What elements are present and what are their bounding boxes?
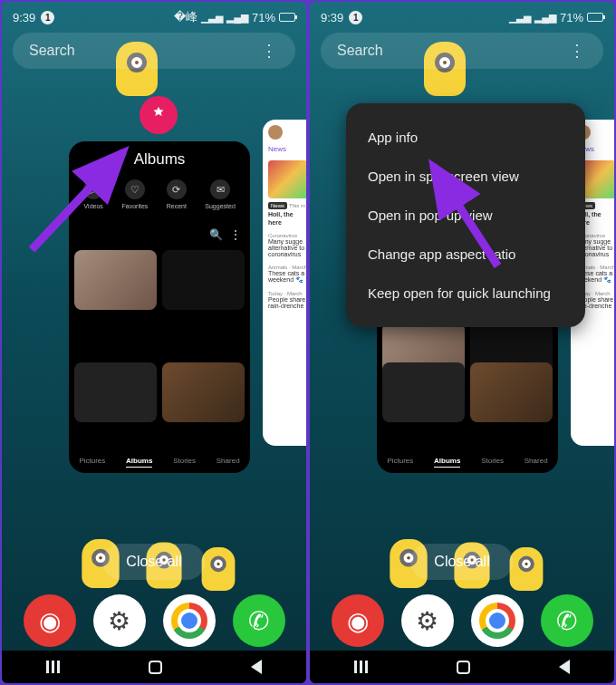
album-thumb-screenshots[interactable]: Screenshots 114 (162, 250, 245, 310)
menu-app-info[interactable]: App info (346, 118, 585, 157)
nav-bar (310, 651, 614, 683)
nav-home-button[interactable] (149, 661, 162, 674)
favorites-button[interactable]: ♡Favorites (122, 179, 149, 209)
card-tabs: Pictures Albums Stories Shared (69, 457, 250, 468)
search-icon[interactable]: 🔍 (209, 228, 223, 241)
album-thumb[interactable] (74, 362, 157, 422)
nav-back-button[interactable] (559, 660, 570, 674)
phone-left: 9:39 1 �峰 ▁▃▅ ▂▄▆ 71% Search ⋮ Albums ▷V… (2, 2, 306, 683)
menu-aspect-ratio[interactable]: Change app aspect ratio (346, 235, 585, 274)
close-all-button[interactable]: Close all (102, 544, 205, 580)
news-image (268, 160, 306, 198)
tab-albums[interactable]: Albums (434, 457, 460, 468)
card-tabs: Pictures Albums Stories Shared (377, 457, 558, 468)
tab-albums[interactable]: Albums (126, 457, 152, 468)
camera-app-icon[interactable]: ◉ (24, 594, 76, 647)
clock: 9:39 (13, 11, 35, 24)
wifi-icon: �峰 (174, 9, 197, 25)
tab-stories[interactable]: Stories (173, 457, 196, 468)
wallpaper-minion (510, 547, 544, 591)
wifi-icon: ▁▃▅ (201, 12, 223, 24)
chrome-app-icon[interactable] (163, 594, 216, 647)
album-thumb[interactable] (162, 362, 245, 422)
chrome-app-icon[interactable] (471, 594, 524, 647)
settings-app-icon[interactable]: ⚙ (401, 594, 454, 647)
tab-stories[interactable]: Stories (481, 457, 504, 468)
menu-popup-view[interactable]: Open in pop-up view (346, 196, 585, 235)
nav-bar (2, 651, 306, 683)
card-title: Albums (69, 150, 250, 169)
search-pill[interactable]: Search ⋮ (13, 33, 295, 69)
signal-icon: ▂▄▆ (534, 12, 556, 24)
wifi-icon: ▁▃▅ (509, 12, 531, 24)
clock: 9:39 (321, 11, 343, 24)
wallpaper-minion (202, 547, 236, 591)
recent-app-card-gallery[interactable]: Albums ▷Videos ♡Favorites ⟳Recent ✉Sugge… (69, 141, 250, 473)
tab-shared[interactable]: Shared (217, 457, 240, 468)
battery-icon (587, 13, 603, 22)
app-context-menu: App info Open in split screen view Open … (346, 103, 585, 327)
nav-recent-button[interactable] (46, 661, 61, 673)
recent-app-card-news[interactable]: News News This m Holi, the here Coronavi… (263, 120, 306, 446)
more-icon[interactable]: ⋮ (261, 41, 279, 61)
close-all-button[interactable]: Close all (410, 544, 513, 580)
album-thumb[interactable] (470, 362, 553, 422)
nav-recent-button[interactable] (354, 661, 369, 673)
tab-shared[interactable]: Shared (525, 457, 548, 468)
status-bar: 9:39 1 �峰 ▁▃▅ ▂▄▆ 71% (2, 7, 306, 27)
overflow-icon[interactable]: ⋮ (230, 228, 241, 241)
more-icon[interactable]: ⋮ (569, 41, 587, 61)
search-placeholder: Search (337, 43, 383, 59)
search-placeholder: Search (29, 43, 75, 59)
card-category-row: ▷Videos ♡Favorites ⟳Recent ✉Suggested (69, 179, 250, 209)
gallery-app-icon[interactable] (140, 96, 178, 134)
dock: ◉ ⚙ ✆ (2, 594, 306, 647)
nav-back-button[interactable] (251, 660, 262, 674)
battery-pct: 71% (252, 11, 275, 24)
signal-icon: ▂▄▆ (226, 12, 248, 24)
phone-app-icon[interactable]: ✆ (233, 594, 285, 647)
menu-keep-open[interactable]: Keep open for quick launching (346, 274, 585, 313)
battery-pct: 71% (560, 11, 583, 24)
news-nav[interactable]: News (268, 145, 306, 153)
tab-pictures[interactable]: Pictures (387, 457, 413, 468)
nav-home-button[interactable] (457, 661, 470, 674)
suggested-button[interactable]: ✉Suggested (205, 179, 235, 209)
phone-app-icon[interactable]: ✆ (541, 594, 593, 647)
tab-pictures[interactable]: Pictures (79, 457, 105, 468)
menu-split-screen[interactable]: Open in split screen view (346, 157, 585, 196)
camera-app-icon[interactable]: ◉ (332, 594, 384, 647)
search-pill[interactable]: Search ⋮ (321, 33, 603, 69)
avatar (268, 125, 283, 140)
notif-count: 1 (41, 11, 54, 24)
settings-app-icon[interactable]: ⚙ (93, 594, 146, 647)
status-bar: 9:39 1 ▁▃▅ ▂▄▆ 71% (310, 7, 614, 27)
recent-button[interactable]: ⟳Recent (167, 179, 187, 209)
album-thumb-camera[interactable]: Camera 189 (74, 250, 157, 310)
album-thumb[interactable] (382, 362, 465, 422)
notif-count: 1 (349, 11, 362, 24)
battery-icon (279, 13, 295, 22)
videos-button[interactable]: ▷Videos (83, 179, 103, 209)
dock: ◉ ⚙ ✆ (310, 594, 614, 647)
phone-right: 9:39 1 ▁▃▅ ▂▄▆ 71% Search ⋮ Camera 189 S… (310, 2, 614, 683)
